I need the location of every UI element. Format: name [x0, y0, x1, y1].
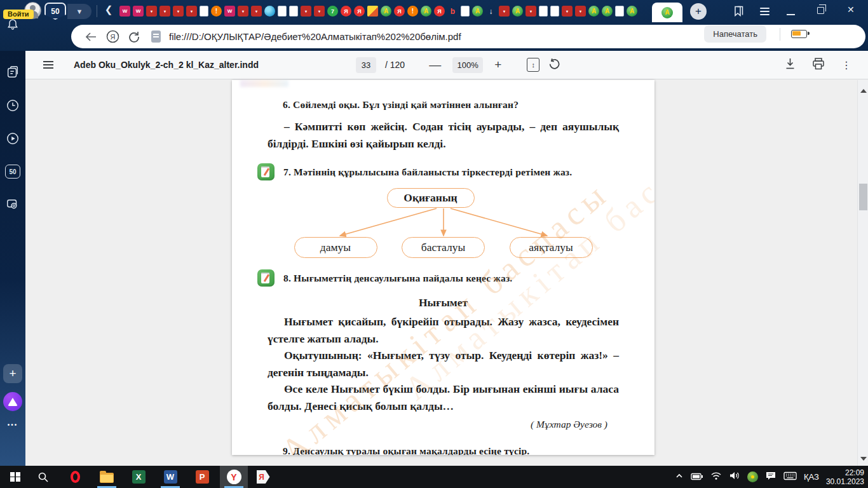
taskbar-word[interactable]: W	[156, 466, 184, 488]
sidebar-add-button[interactable]: +	[3, 364, 22, 383]
vertical-scrollbar[interactable]	[857, 80, 868, 466]
tab-favicon-red[interactable]: ▾	[499, 6, 510, 17]
tray-chevron-up-icon[interactable]	[675, 471, 684, 483]
tab-favicon-pink[interactable]: W	[133, 6, 144, 17]
tab-favicon-doc[interactable]	[550, 6, 559, 17]
yandex-badge-icon[interactable]: Я	[102, 27, 123, 46]
tray-antivirus-icon[interactable]	[747, 471, 758, 482]
tab-favicon-red[interactable]: ▾	[251, 6, 262, 17]
taskbar-opera[interactable]	[61, 466, 89, 488]
tab-favicon-redb[interactable]: b	[447, 6, 458, 17]
tab-favicon-doc[interactable]	[200, 6, 208, 17]
pdf-menu-icon[interactable]	[43, 59, 53, 71]
tab-favicon-greenA[interactable]: A	[381, 6, 391, 17]
zoom-level[interactable]: 100%	[452, 57, 483, 73]
taskbar-yandex-browser[interactable]: Y	[220, 466, 248, 488]
tab-favicon-red[interactable]: ▾	[238, 6, 248, 17]
tab-favicon-ya[interactable]: Я	[394, 6, 405, 17]
tab-favicon-doc[interactable]	[615, 6, 624, 17]
tab-favicon-red[interactable]: ▾	[173, 6, 184, 17]
close-button[interactable]: ✕	[847, 4, 855, 15]
tab-favicon-globe[interactable]	[264, 6, 275, 17]
back-icon[interactable]	[80, 27, 102, 46]
page-number-input[interactable]: 33	[356, 57, 376, 73]
tab-favicon-orange[interactable]: !	[407, 6, 418, 17]
scrollbar-thumb[interactable]	[859, 184, 867, 210]
tab-list-chevron[interactable]: ▼	[67, 4, 92, 19]
menu-icon[interactable]	[760, 6, 770, 17]
language-indicator[interactable]: ҚАЗ	[804, 472, 819, 482]
battery-saver-icon[interactable]	[791, 30, 807, 38]
scroll-down-arrow[interactable]	[860, 457, 867, 461]
alice-assistant-icon[interactable]	[3, 392, 22, 411]
url-text[interactable]: file:///D:/ОҚУЛЫҚТАР/Әдебиет%20Алматыкіт…	[169, 31, 461, 42]
bookmarks-panel-icon[interactable]	[733, 6, 743, 19]
pdf-more-icon[interactable]: ⋮	[841, 59, 851, 71]
fit-page-button[interactable]: ↕	[527, 58, 539, 72]
tray-volume-icon[interactable]	[729, 471, 740, 483]
taskbar-search-button[interactable]	[29, 466, 57, 488]
tab-favicon-ya[interactable]: Я	[354, 6, 365, 17]
start-button[interactable]	[1, 466, 29, 488]
tab-favicon-doc[interactable]	[461, 6, 470, 17]
tray-battery-icon[interactable]	[691, 471, 703, 483]
tab-favicon-ya[interactable]: Я	[434, 6, 445, 17]
pdf-print-icon[interactable]	[812, 58, 825, 72]
screenshot-icon[interactable]	[0, 188, 25, 221]
tab-favicon-doc[interactable]	[539, 6, 548, 17]
tab-favicon-pink[interactable]: W	[224, 6, 235, 17]
tray-wifi-icon[interactable]	[710, 471, 722, 483]
tab-favicon-doc[interactable]	[289, 6, 298, 17]
minimize-button[interactable]	[787, 14, 795, 15]
taskbar-clock[interactable]: 22:09 30.01.2023	[826, 468, 864, 486]
taskbar-powerpoint[interactable]: P	[188, 466, 216, 488]
tab-counter-badge[interactable]: 50	[44, 3, 66, 20]
tab-favicon-greenA[interactable]: A	[421, 6, 431, 17]
browser-sidebar: 50 + •••	[0, 51, 25, 466]
new-tab-button[interactable]: +	[690, 3, 707, 20]
tab-favicon-pink[interactable]: W	[119, 6, 130, 17]
tab-favicon-chat7[interactable]: 7	[327, 6, 338, 17]
rotate-button[interactable]	[548, 58, 560, 72]
file-icon	[145, 27, 166, 46]
tab-favicon-red[interactable]: ▾	[562, 6, 573, 17]
tab-favicon-greenA[interactable]: A	[472, 6, 483, 17]
tab-favicon-greenA[interactable]: A	[602, 6, 613, 17]
tab-favicon-doc[interactable]	[278, 6, 287, 17]
tabs-scroll-left-icon[interactable]: ❮	[102, 4, 116, 15]
windows-taskbar: X W P Y Я ҚАЗ 22:09 30.01.2023	[0, 466, 868, 488]
login-button[interactable]: Войти	[3, 10, 34, 19]
tab-favicon-greenA[interactable]: A	[588, 6, 599, 17]
tray-keyboard-icon[interactable]	[783, 471, 797, 483]
tab-favicon-greenA[interactable]: A	[627, 6, 637, 17]
zoom-out-button[interactable]: —	[429, 58, 441, 72]
history-clock-icon[interactable]	[0, 89, 25, 122]
tab-favicon-red[interactable]: ▾	[159, 6, 170, 17]
restore-button[interactable]	[817, 7, 824, 14]
tab-favicon-red[interactable]: ▾	[575, 6, 586, 17]
tab-favicon-red[interactable]: ▾	[186, 6, 197, 17]
tab-favicon-red[interactable]: ▾	[146, 6, 157, 17]
scroll-up-arrow[interactable]	[860, 89, 867, 93]
taskbar-file-explorer[interactable]	[93, 466, 121, 488]
pdf-download-icon[interactable]	[785, 58, 796, 72]
zoom-in-button[interactable]: +	[494, 58, 501, 72]
tab-favicon-greenA[interactable]: A	[512, 6, 523, 17]
feed-pages-icon[interactable]	[0, 56, 25, 89]
tab-favicon-dl[interactable]: ↓	[485, 6, 496, 17]
tray-notifications-icon[interactable]	[765, 471, 776, 484]
tab-favicon-red[interactable]: ▾	[526, 6, 536, 17]
taskbar-excel[interactable]: X	[125, 466, 153, 488]
tabs-counter-icon[interactable]: 50	[0, 155, 25, 188]
tab-favicon-red[interactable]: ▾	[314, 6, 325, 17]
active-tab[interactable]: A	[652, 3, 682, 22]
refresh-icon[interactable]	[123, 27, 145, 46]
sidebar-more-icon[interactable]: •••	[8, 421, 18, 428]
tab-favicon-orange[interactable]: !	[211, 6, 222, 17]
taskbar-yandex-search[interactable]: Я	[249, 466, 277, 488]
print-page-button[interactable]: Напечатать	[704, 25, 766, 43]
tab-favicon-ya[interactable]: Я	[341, 6, 351, 17]
tab-favicon-img[interactable]	[367, 6, 378, 17]
tab-favicon-red[interactable]: ▾	[301, 6, 311, 17]
video-play-icon[interactable]	[0, 122, 25, 155]
